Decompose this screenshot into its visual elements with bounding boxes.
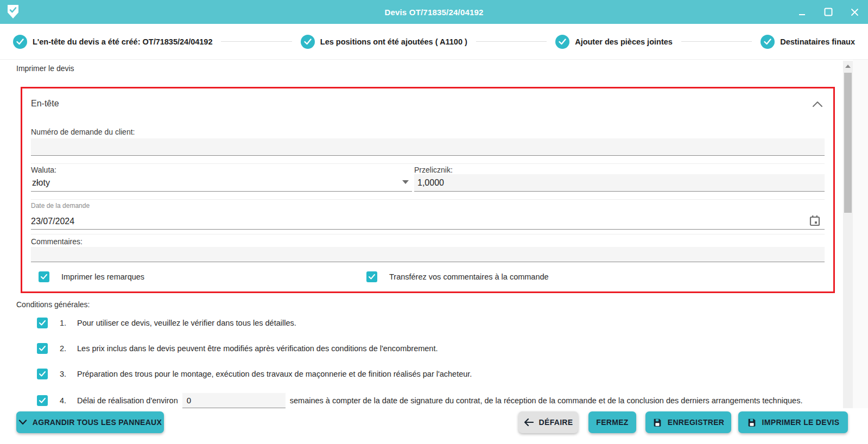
step-add-attachments: Ajouter des pièces jointes	[555, 35, 673, 49]
print-quote-label: IMPRIMER LE DEVIS	[762, 418, 840, 427]
calendar-button[interactable]	[808, 214, 821, 227]
request-date-label: Date de la demande	[31, 202, 90, 210]
currency-select[interactable]: złoty	[31, 174, 412, 192]
step-check-icon	[13, 35, 27, 49]
print-remarks-label: Imprimer les remarques	[61, 272, 144, 281]
condition-row: 3. Préparation des trous pour le montage…	[37, 369, 472, 379]
checkbox-check-icon	[39, 346, 46, 351]
main-content: Imprimer le devis En-tête Numéro de dema…	[0, 60, 868, 408]
chevron-down-icon	[18, 420, 27, 425]
condition-row: 2. Les prix inclus dans le devis peuvent…	[37, 343, 438, 354]
step-connector	[476, 41, 547, 42]
checkbox-check-icon	[39, 371, 46, 377]
row-divider	[31, 199, 825, 200]
step-label: L'en-tête du devis a été créé: OT/71835/…	[33, 37, 212, 46]
condition-text: Préparation des trous pour le montage, e…	[77, 370, 472, 378]
condition-number: 2.	[60, 344, 72, 353]
footer-toolbar: AGRANDIR TOUS LES PANNEAUX DÉFAIRE FERME…	[0, 408, 868, 444]
save-button[interactable]: ENREGISTRER	[645, 411, 731, 433]
step-connector	[681, 41, 752, 42]
checkbox-check-icon	[39, 398, 46, 403]
back-arrow-icon	[524, 418, 534, 426]
close-button[interactable]	[850, 7, 859, 17]
step-check-icon	[555, 35, 569, 49]
expand-all-panels-label: AGRANDIR TOUS LES PANNEAUX	[33, 418, 162, 427]
request-date-field	[31, 210, 825, 230]
condition-row: 4. Délai de réalisation d'environ semain…	[37, 393, 802, 408]
transfer-comments-checkbox[interactable]	[366, 271, 377, 282]
scrollbar-up-arrow[interactable]	[843, 62, 853, 71]
vertical-scrollbar[interactable]	[843, 61, 853, 417]
triangle-up-icon	[845, 65, 851, 68]
condition-2-checkbox[interactable]	[37, 343, 48, 354]
condition-text-before: Délai de réalisation d'environ	[77, 396, 178, 405]
currency-select-value: złoty	[31, 178, 402, 191]
save-label: ENREGISTRER	[668, 418, 724, 427]
app-shield-check-icon	[7, 4, 20, 20]
minimize-icon	[799, 8, 806, 16]
save-icon	[747, 417, 757, 427]
row-divider	[31, 163, 825, 164]
condition-4-checkbox[interactable]	[37, 395, 48, 406]
expand-all-panels-button[interactable]: AGRANDIR TOUS LES PANNEAUX	[16, 411, 164, 433]
chevron-up-icon	[812, 101, 823, 107]
header-panel: En-tête Numéro de demande du client: Wal…	[21, 87, 835, 293]
calendar-icon	[809, 215, 820, 226]
condition-1-checkbox[interactable]	[37, 318, 48, 328]
right-gutter	[853, 60, 868, 444]
print-quote-button[interactable]: IMPRIMER LE DEVIS	[738, 411, 848, 433]
close-dialog-button[interactable]: FERMEZ	[588, 411, 636, 433]
print-remarks-checkbox[interactable]	[39, 271, 49, 282]
client-request-number-input[interactable]	[31, 138, 825, 156]
maximize-icon	[824, 8, 833, 16]
row-divider	[31, 234, 825, 234]
condition-row: 1. Pour utiliser ce devis, veuillez le v…	[37, 318, 296, 328]
comments-label: Commentaires:	[31, 237, 83, 246]
dropdown-arrow-icon	[402, 176, 409, 186]
step-final-recipients: Destinataires finaux	[761, 35, 855, 49]
collapse-panel-button[interactable]	[810, 97, 825, 111]
save-icon	[652, 417, 662, 427]
step-positions-added: Les positions ont été ajoutées ( A1100 )	[301, 35, 467, 49]
condition-text: Les prix inclus dans le devis peuvent êt…	[77, 344, 438, 353]
checkbox-check-icon	[39, 320, 46, 326]
step-connector	[221, 41, 292, 42]
step-label: Les positions ont été ajoutées ( A1100 )	[320, 37, 467, 46]
condition-number: 3.	[60, 370, 72, 378]
undo-button[interactable]: DÉFAIRE	[518, 411, 578, 433]
close-icon	[851, 8, 859, 16]
titlebar: Devis OT/71835/24/04192	[0, 0, 868, 24]
condition-number: 1.	[60, 319, 72, 327]
step-quote-header-created: L'en-tête du devis a été créé: OT/71835/…	[13, 35, 212, 49]
window-title: Devis OT/71835/24/04192	[0, 8, 868, 17]
general-conditions-label: Conditions générales:	[16, 300, 90, 309]
close-dialog-label: FERMEZ	[596, 418, 628, 427]
checkbox-check-icon	[369, 274, 375, 280]
step-check-icon	[761, 35, 775, 49]
progress-stepper: L'en-tête du devis a été créé: OT/71835/…	[0, 24, 868, 60]
currency-label: Waluta:	[31, 166, 56, 174]
checkbox-check-icon	[41, 274, 47, 280]
delay-weeks-input[interactable]	[182, 393, 286, 408]
minimize-button[interactable]	[797, 7, 807, 17]
condition-text-after: semaines à compter de la date de signatu…	[290, 396, 803, 405]
condition-3-checkbox[interactable]	[37, 369, 48, 379]
step-label: Destinataires finaux	[780, 37, 855, 46]
condition-text: Pour utiliser ce devis, veuillez le véri…	[77, 319, 296, 327]
scrollbar-thumb[interactable]	[844, 73, 852, 213]
step-label: Ajouter des pièces jointes	[575, 37, 673, 46]
transfer-comments-label: Transférez vos commentaires à la command…	[389, 272, 549, 281]
client-request-number-label: Numéro de demande du client:	[31, 128, 135, 136]
step-check-icon	[301, 35, 315, 49]
converter-input[interactable]	[414, 174, 825, 192]
print-quote-section-label: Imprimer le devis	[16, 64, 74, 73]
comments-input[interactable]	[31, 247, 825, 262]
panel-title: En-tête	[31, 99, 59, 109]
maximize-button[interactable]	[823, 7, 833, 17]
converter-label: Przelicznik:	[414, 166, 453, 174]
condition-number: 4.	[60, 396, 72, 405]
undo-label: DÉFAIRE	[539, 418, 573, 427]
request-date-input[interactable]	[31, 217, 666, 226]
